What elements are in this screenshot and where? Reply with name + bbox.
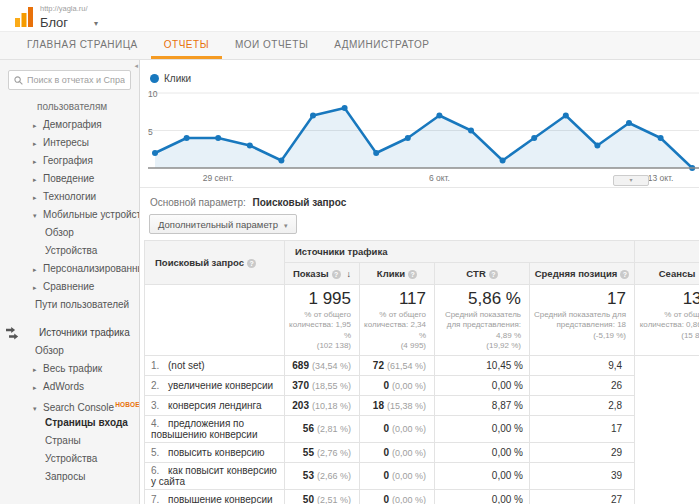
help-icon[interactable] <box>247 259 256 268</box>
ctr-cell: 0,00 % <box>435 489 530 504</box>
impressions-cell: 203(10,18 %) <box>285 395 360 415</box>
sidebar-item-поведение[interactable]: ▸Поведение <box>0 170 139 188</box>
sort-descending-icon[interactable] <box>347 269 352 279</box>
tab-admin[interactable]: АДМИНИСТРАТОР <box>321 32 442 59</box>
query-link[interactable]: повышение конверсии <box>168 494 273 504</box>
help-icon[interactable] <box>332 270 341 279</box>
column-header-impressions[interactable]: Показы <box>285 263 360 285</box>
chevron-right-icon: ▸ <box>33 189 43 206</box>
sidebar-item-интересы[interactable]: ▸Интересы <box>0 134 139 152</box>
sidebar-item-сравнение[interactable]: ▸Сравнение <box>0 278 139 296</box>
help-icon[interactable] <box>408 270 417 279</box>
sessions-cell <box>635 415 699 442</box>
sidebar-item-label: Весь трафик <box>43 363 102 374</box>
summary-ctr: 5,86 % Средний показатель для представле… <box>435 285 530 356</box>
column-header-query[interactable]: Поисковый запрос <box>145 241 285 285</box>
account-name: Блог <box>40 15 98 30</box>
sidebar-item-источники-трафика[interactable]: Источники трафика <box>0 324 139 342</box>
table-row: 3.конверсия лендинга203(10,18 %)18(15,38… <box>145 395 700 415</box>
clicks-cell: 0(0,00 %) <box>360 375 435 395</box>
sidebar-collapse-icon[interactable] <box>134 62 138 70</box>
sidebar-item-персонализированный[interactable]: ▸Персонализированный <box>0 260 139 278</box>
group-header-traffic-sources: Источники трафика <box>285 241 635 263</box>
sidebar-item-label: Источники трафика <box>39 327 130 338</box>
site-url: http://yagla.ru/ <box>40 4 98 13</box>
sidebar-item-технологии[interactable]: ▸Технологии <box>0 188 139 206</box>
sidebar-item-label: Устройства <box>45 245 97 256</box>
summary-row: 1 995 % от общего количества: 1,95 %(102… <box>145 285 700 356</box>
primary-dimension-value[interactable]: Поисковый запрос <box>253 197 347 208</box>
sidebar-item-пользователям[interactable]: пользователям <box>0 98 139 116</box>
query-cell: 5.повысить конверсию <box>145 442 285 462</box>
traffic-sources-icon <box>6 327 19 340</box>
tab-my-reports[interactable]: МОИ ОТЧЕТЫ <box>222 32 321 59</box>
sidebar-item-обзор[interactable]: Обзор <box>0 342 139 360</box>
impressions-cell: 50(2,51 %) <box>285 489 360 504</box>
sidebar-item-мобильные-устройства[interactable]: ▾Мобильные устройства <box>0 206 139 224</box>
secondary-dimension-button[interactable]: Дополнительный параметр <box>149 214 297 234</box>
query-link[interactable]: увеличение конверсии <box>168 380 273 391</box>
analytics-logo-icon <box>14 7 34 27</box>
sessions-cell <box>635 462 699 489</box>
sidebar-item-label: AdWords <box>43 381 84 392</box>
primary-dimension-row: Основной параметр: Поисковый запрос <box>150 197 346 208</box>
chevron-right-icon: ▸ <box>33 361 43 378</box>
query-link[interactable]: как повысит конверсию у сайта <box>151 465 277 487</box>
search-input[interactable] <box>27 75 125 85</box>
chart-footer-toggle-button[interactable] <box>613 175 649 186</box>
sidebar-item-весь-трафик[interactable]: ▸Весь трафик <box>0 360 139 378</box>
sidebar-item-search-console[interactable]: ▾Search ConsoleНОВОЕ <box>0 396 139 414</box>
sidebar-item-label: География <box>43 155 93 166</box>
sidebar-item-география[interactable]: ▸География <box>0 152 139 170</box>
row-number: 2. <box>151 380 168 391</box>
sidebar-item-обзор[interactable]: Обзор <box>0 224 139 242</box>
sidebar-item-label: Страны <box>45 435 81 446</box>
table-row: 4.предложения по повышению конверсии56(2… <box>145 415 700 442</box>
query-cell: 1.(not set) <box>145 355 285 375</box>
chevron-right-icon: ▸ <box>33 117 43 134</box>
sidebar-item-устройства[interactable]: Устройства <box>0 450 139 468</box>
summary-position: 17 Средний показатель для представления:… <box>530 285 635 356</box>
chevron-right-icon: ▸ <box>33 279 43 296</box>
query-cell: 7.повышение конверсии <box>145 489 285 504</box>
help-icon[interactable] <box>489 270 498 279</box>
ctr-cell: 0,00 % <box>435 375 530 395</box>
sidebar-item-демография[interactable]: ▸Демография <box>0 116 139 134</box>
column-header-sessions[interactable]: Сеансы <box>635 263 699 285</box>
sidebar-item-пути-пользователей[interactable]: Пути пользователей <box>0 296 139 314</box>
query-link[interactable]: повысить конверсию <box>168 447 265 458</box>
sidebar-item-adwords[interactable]: ▸AdWords <box>0 378 139 396</box>
ctr-cell: 8,87 % <box>435 395 530 415</box>
column-header-position[interactable]: Средняя позиция <box>530 263 635 285</box>
sidebar-item-устройства[interactable]: Устройства <box>0 242 139 260</box>
tab-home[interactable]: ГЛАВНАЯ СТРАНИЦА <box>14 32 151 59</box>
sidebar-item-label: Поведение <box>43 173 94 184</box>
column-header-clicks[interactable]: Клики <box>360 263 435 285</box>
table-row: 2.увеличение конверсии370(18,55 %)0(0,00… <box>145 375 700 395</box>
chevron-down-icon: ▾ <box>33 400 43 414</box>
sidebar-item-label: пользователям <box>37 101 107 112</box>
clicks-cell: 0(0,00 %) <box>360 462 435 489</box>
chevron-down-icon[interactable] <box>94 19 98 28</box>
table-row: 5.повысить конверсию55(2,76 %)0(0,00 %)0… <box>145 442 700 462</box>
help-icon[interactable] <box>620 270 629 279</box>
clicks-cell: 72(61,54 %) <box>360 355 435 375</box>
query-link[interactable]: (not set) <box>168 360 205 371</box>
sidebar-item-запросы[interactable]: Запросы <box>0 468 139 486</box>
sessions-cell <box>635 375 699 395</box>
sidebar-item-label: Пути пользователей <box>35 299 129 310</box>
account-switcher[interactable]: http://yagla.ru/ Блог <box>40 4 98 30</box>
sidebar-item-страницы-входа[interactable]: Страницы входа <box>0 414 139 432</box>
search-icon <box>14 76 23 85</box>
tab-reports[interactable]: ОТЧЕТЫ <box>151 32 222 59</box>
ctr-cell: 0,00 % <box>435 415 530 442</box>
report-search[interactable] <box>8 70 131 90</box>
ctr-cell: 10,45 % <box>435 355 530 375</box>
row-number: 3. <box>151 400 168 411</box>
query-link[interactable]: конверсия лендинга <box>168 400 262 411</box>
column-header-ctr[interactable]: CTR <box>435 263 530 285</box>
sidebar-item-страны[interactable]: Страны <box>0 432 139 450</box>
sidebar: пользователям▸Демография▸Интересы▸Геогра… <box>0 60 140 504</box>
google-analytics-app: http://yagla.ru/ Блог ГЛАВНАЯ СТРАНИЦА О… <box>0 0 700 504</box>
top-bar: http://yagla.ru/ Блог <box>0 0 700 32</box>
